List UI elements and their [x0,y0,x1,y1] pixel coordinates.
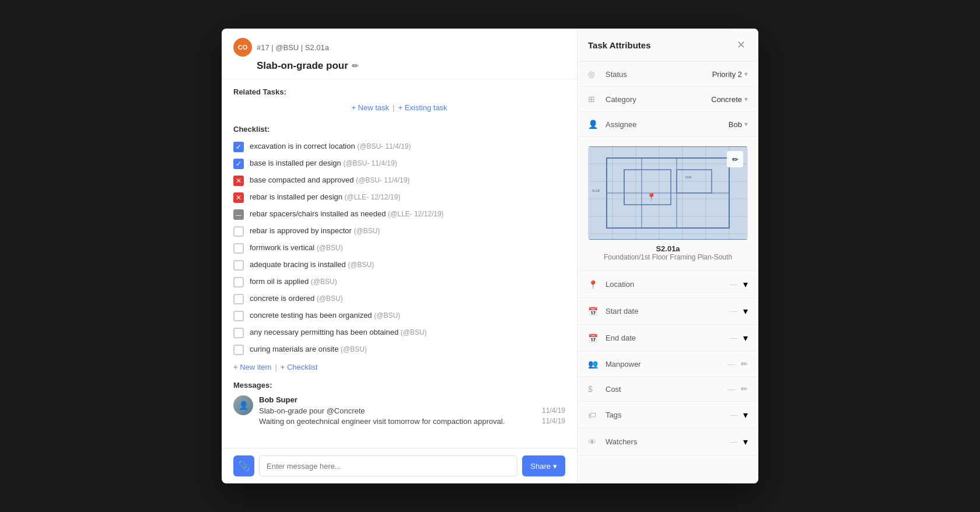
checkbox[interactable] [233,243,244,254]
blueprint-image[interactable]: SLAB FDN 📍 ✏ [588,146,748,240]
blueprint-label: S2.01a Foundation/1st Floor Framing Plan… [588,244,748,261]
checkbox[interactable] [233,294,244,304]
checkbox[interactable] [233,277,244,287]
tags-chevron[interactable]: ▾ [743,409,748,420]
task-id: #17 | @BSU | S2.01a [257,43,329,52]
user-avatar: 👤 [233,395,253,415]
checklist-item-text: rebar is approved by inspector (@BSU) [250,226,380,236]
checklist-item: curing materials are onsite (@BSU) [233,341,565,358]
checkbox[interactable] [233,260,244,271]
checkbox[interactable] [233,159,244,169]
related-tasks-label: Related Tasks: [222,79,577,101]
divider: | [393,103,394,112]
task-id-row: CO #17 | @BSU | S2.01a [233,38,565,57]
status-label: Status [606,70,712,79]
message-content: Bob SuperSlab-on-grade pour @Concrete11/… [259,395,565,427]
tags-label: Tags [606,411,730,419]
checklist-item-text: form oil is applied (@BSU) [250,276,337,287]
message-date: 11/4/19 [542,417,565,425]
checklist-item: concrete is ordered (@BSU) [233,290,565,307]
manpower-icon: 👥 [588,359,600,369]
message-input[interactable] [259,455,517,476]
checklist-item-text: formwork is vertical (@BSU) [250,243,343,253]
existing-task-button[interactable]: + Existing task [398,103,447,112]
start-date-chevron[interactable]: ▾ [743,306,748,317]
location-row: 📍 Location — ▾ [578,271,758,298]
category-label: Category [606,95,711,104]
watchers-actions: — ▾ [730,436,748,447]
blueprint-name: S2.01a [588,244,748,253]
assignee-row: 👤 Assignee Bob ▾ [578,112,758,137]
message-row: Waiting on geotechnical engineer visit t… [259,417,565,426]
related-tasks-actions: + New task | + Existing task [222,101,577,119]
checklist-item: base compacted and approved (@BSU- 11/4/… [233,172,565,189]
checkbox[interactable] [233,176,244,186]
message-text: Slab-on-grade pour @Concrete [259,406,536,415]
blueprint-description: Foundation/1st Floor Framing Plan-South [588,253,748,261]
category-row: ⊞ Category Concrete ▾ [578,87,758,112]
watchers-chevron[interactable]: ▾ [743,436,748,447]
checkbox[interactable] [233,209,244,220]
messages-label: Messages: [233,381,565,390]
checklist-item: form oil is applied (@BSU) [233,273,565,290]
edit-title-icon[interactable]: ✏ [352,61,359,71]
task-title: Slab-on-grade pour ✏ [233,60,565,72]
checklist-item-text: base is installed per design (@BSU- 11/4… [250,158,397,169]
checklist-actions: + New item | + Checklist [233,358,565,374]
new-task-button[interactable]: + New task [351,103,389,112]
cost-row: $ Cost — ✏ [578,377,758,402]
checklist-item: excavation is in correct location (@BSU-… [233,138,565,155]
message-item: 👤Bob SuperSlab-on-grade pour @Concrete11… [233,395,565,427]
tags-row: 🏷 Tags — ▾ [578,402,758,429]
end-date-icon: 📅 [588,334,600,343]
checkbox[interactable] [233,311,244,321]
messages-list: 👤Bob SuperSlab-on-grade pour @Concrete11… [233,395,565,427]
checklist-items: excavation is in correct location (@BSU-… [233,138,565,358]
assignee-chevron: ▾ [744,120,748,128]
location-chevron[interactable]: ▾ [743,279,748,290]
checklist-item: concrete testing has been organized (@BS… [233,307,565,324]
category-chevron: ▾ [744,95,748,103]
new-item-button[interactable]: + New item [233,363,271,371]
checklist-item: adequate bracing is installed (@BSU) [233,257,565,273]
modal-container: CO #17 | @BSU | S2.01a Slab-on-grade pou… [222,29,758,483]
tags-icon: 🏷 [588,411,600,420]
compose-area: 📎 Share ▾ [222,448,577,483]
avatar: CO [233,38,252,57]
checkbox[interactable] [233,142,244,152]
attach-button[interactable]: 📎 [233,455,254,476]
assignee-label: Assignee [606,120,729,129]
manpower-row: 👥 Manpower — ✏ [578,352,758,377]
checklist-item: rebar is approved by inspector (@BSU) [233,223,565,240]
location-actions: — ▾ [730,279,748,290]
checkbox[interactable] [233,192,244,203]
checklist-item-text: curing materials are onsite (@BSU) [250,344,367,355]
category-value[interactable]: Concrete ▾ [711,95,748,104]
checklist-item-text: rebar is installed per design (@LLE- 12/… [250,192,400,202]
share-button[interactable]: Share ▾ [522,455,565,476]
manpower-actions: — ✏ [727,359,748,369]
category-icon: ⊞ [588,94,600,104]
manpower-edit-icon[interactable]: ✏ [741,359,748,369]
task-header: CO #17 | @BSU | S2.01a Slab-on-grade pou… [222,29,577,79]
checklist-item-text: excavation is in correct location (@BSU-… [250,141,411,152]
checklist-item-text: base compacted and approved (@BSU- 11/4/… [250,175,410,185]
right-header: Task Attributes ✕ [578,29,758,62]
close-button[interactable]: ✕ [734,38,748,52]
checklist-button[interactable]: + Checklist [281,363,318,371]
checkbox[interactable] [233,226,244,237]
cost-edit-icon[interactable]: ✏ [741,384,748,394]
checkbox[interactable] [233,345,244,355]
manpower-label: Manpower [606,360,727,369]
checkbox[interactable] [233,328,244,338]
status-value[interactable]: Priority 2 ▾ [712,70,748,79]
assignee-value[interactable]: Bob ▾ [729,120,748,129]
cost-icon: $ [588,384,600,394]
end-date-chevron[interactable]: ▾ [743,332,748,343]
message-text: Waiting on geotechnical engineer visit t… [259,417,536,426]
watchers-icon: 👁 [588,437,600,447]
tags-actions: — ▾ [730,409,748,420]
assignee-icon: 👤 [588,120,600,129]
svg-text:📍: 📍 [646,192,657,202]
blueprint-edit-button[interactable]: ✏ [727,151,743,167]
